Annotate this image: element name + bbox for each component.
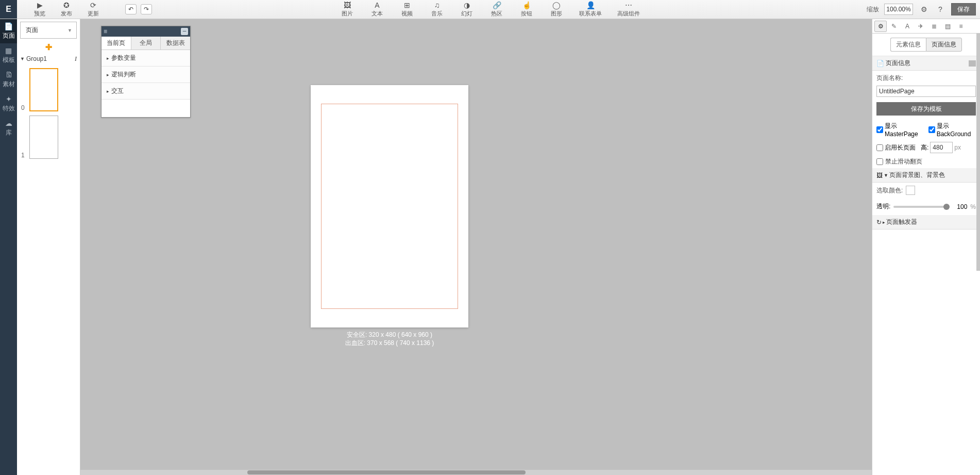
opacity-row: 透明: 100% xyxy=(872,198,980,215)
tab-data-table[interactable]: 数据表 xyxy=(161,37,190,50)
tab-properties[interactable]: ⚙ xyxy=(874,21,887,32)
lock-scroll-checkbox[interactable] xyxy=(876,158,883,165)
page-icon: 📄 xyxy=(4,22,13,30)
help-icon[interactable]: ? xyxy=(935,4,946,15)
tab-layout[interactable]: ▤ xyxy=(941,21,954,32)
logic-tabs: 当前页 全局 数据表 xyxy=(102,37,190,50)
main-area: 📄页面 ▦模板 🖻素材 ✦特效 ☁库 页面 ✚ ▼Group1I 0 1 ≡ –… xyxy=(0,19,980,475)
zoom-value[interactable]: 100.00% xyxy=(884,4,913,15)
group-row[interactable]: ▼Group1I xyxy=(17,53,80,65)
nav-assets[interactable]: 🖻素材 xyxy=(0,68,17,92)
horizontal-scrollbar[interactable] xyxy=(80,470,872,475)
safe-area-text: 安全区: 320 x 480 ( 640 x 960 ) xyxy=(311,331,468,339)
insert-form[interactable]: 👤联系表单 xyxy=(579,2,602,18)
page-name-row: 页面名称: xyxy=(872,71,980,100)
page-thumbnail-0[interactable] xyxy=(29,68,58,111)
undo-button[interactable]: ↶ xyxy=(125,4,137,14)
section-triggers[interactable]: ↻▸页面触发器 xyxy=(872,215,980,230)
undo-redo-group: ↶ ↷ xyxy=(125,4,152,14)
mode-element[interactable]: 元素信息 xyxy=(890,38,926,52)
publish-tool[interactable]: ✪发布 xyxy=(59,2,74,18)
add-page-row: ✚ xyxy=(17,41,80,53)
tab-actions[interactable]: ✈ xyxy=(915,21,927,32)
section-interact[interactable]: ▸交互 xyxy=(102,83,190,100)
mode-page[interactable]: 页面信息 xyxy=(926,38,962,52)
section-background[interactable]: 🖼▼页面背景图、背景色 xyxy=(872,168,980,183)
update-tool[interactable]: ⟳更新 xyxy=(86,2,100,18)
page-thumbnail-1[interactable] xyxy=(29,116,58,159)
app-logo[interactable]: E xyxy=(0,0,17,19)
left-tools: ▶预览 ✪发布 ⟳更新 ↶ ↷ xyxy=(32,0,152,19)
scrollbar-thumb[interactable] xyxy=(976,34,980,271)
page-icon: 📄 xyxy=(876,60,884,67)
color-swatch[interactable] xyxy=(906,186,915,195)
minimize-icon[interactable]: – xyxy=(181,28,188,35)
page-height-input[interactable] xyxy=(930,142,953,153)
long-page-checkbox[interactable] xyxy=(876,144,883,151)
top-toolbar: E ▶预览 ✪发布 ⟳更新 ↶ ↷ 🖼图片 A文本 ⊞视频 ♫音乐 ◑幻灯 🔗热… xyxy=(0,0,980,19)
nav-library[interactable]: ☁库 xyxy=(0,116,17,140)
wechat-icon: ✪ xyxy=(63,2,70,9)
page-type-select[interactable]: 页面 xyxy=(20,22,77,39)
thumb-row: 1 xyxy=(21,116,76,159)
right-tools: 缩放 100.00% ⚙ ? 保存 xyxy=(867,0,980,19)
show-bg-checkbox[interactable] xyxy=(928,126,935,133)
opacity-slider[interactable] xyxy=(893,206,950,208)
insert-text[interactable]: A文本 xyxy=(370,2,384,18)
pages-panel: 页面 ✚ ▼Group1I 0 1 xyxy=(17,19,80,475)
insert-button[interactable]: ☝按钮 xyxy=(519,2,534,18)
insert-advanced[interactable]: ⋯高级组件 xyxy=(617,2,640,18)
image-icon: 🖼 xyxy=(344,2,351,9)
play-icon: ▶ xyxy=(37,2,43,9)
zoom-label: 缩放 xyxy=(867,5,879,14)
insert-video[interactable]: ⊞视频 xyxy=(400,2,414,18)
nav-pages[interactable]: 📄页面 xyxy=(0,19,17,43)
tab-align[interactable]: ≣ xyxy=(928,21,940,32)
settings-icon[interactable]: ⚙ xyxy=(918,4,930,15)
inspector-tabbar: ⚙ ✎ A ✈ ≣ ▤ ≡ xyxy=(872,19,980,34)
inspector-scrollbar[interactable] xyxy=(976,34,980,271)
collapse-icon[interactable] xyxy=(969,60,976,67)
nav-effects[interactable]: ✦特效 xyxy=(0,92,17,116)
insert-image[interactable]: 🖼图片 xyxy=(340,2,354,18)
section-params[interactable]: ▸参数变量 xyxy=(102,50,190,67)
slideshow-icon: ◑ xyxy=(464,2,470,9)
inspector-panel: ⚙ ✎ A ✈ ≣ ▤ ≡ 元素信息 页面信息 📄 页面信息 页面名称: 保存为… xyxy=(872,19,980,475)
vertical-nav: 📄页面 ▦模板 🖻素材 ✦特效 ☁库 xyxy=(0,19,17,475)
preview-tool[interactable]: ▶预览 xyxy=(32,2,47,18)
music-icon: ♫ xyxy=(434,2,440,9)
show-master-checkbox[interactable] xyxy=(876,126,883,133)
pick-color-row: 选取颜色: xyxy=(872,183,980,198)
tab-text[interactable]: A xyxy=(901,21,914,32)
text-icon: A xyxy=(375,2,379,9)
scrollbar-thumb[interactable] xyxy=(247,470,526,474)
template-icon: ▦ xyxy=(5,46,12,55)
save-as-template-button[interactable]: 保存为模板 xyxy=(876,102,976,116)
canvas-dimensions: 安全区: 320 x 480 ( 640 x 960 ) 出血区: 370 x … xyxy=(311,331,468,347)
canvas-page[interactable] xyxy=(311,85,468,327)
section-page-info[interactable]: 📄 页面信息 xyxy=(872,56,980,71)
add-page-button[interactable]: ✚ xyxy=(45,42,52,52)
nav-templates[interactable]: ▦模板 xyxy=(0,43,17,68)
insert-shape[interactable]: ◯图形 xyxy=(549,2,564,18)
logic-panel-header[interactable]: ≡ – xyxy=(102,26,190,37)
hamburger-icon[interactable]: ≡ xyxy=(104,28,107,35)
insert-slideshow[interactable]: ◑幻灯 xyxy=(460,2,474,18)
tap-icon: ☝ xyxy=(522,2,531,9)
redo-button[interactable]: ↷ xyxy=(141,4,152,14)
tab-layers[interactable]: ≡ xyxy=(955,21,967,32)
page-name-input[interactable] xyxy=(876,86,976,97)
reload-icon: ↻ xyxy=(876,219,882,226)
tab-global[interactable]: 全局 xyxy=(131,37,161,50)
thumb-row: 0 xyxy=(21,68,76,111)
tab-edit[interactable]: ✎ xyxy=(888,21,900,32)
insert-hotspot[interactable]: 🔗热区 xyxy=(489,2,504,18)
tab-current-page[interactable]: 当前页 xyxy=(102,37,131,50)
slider-knob[interactable] xyxy=(943,204,950,210)
page-thumbnails: 0 1 xyxy=(17,65,80,166)
inspector-mode: 元素信息 页面信息 xyxy=(872,34,980,56)
section-logic[interactable]: ▸逻辑判断 xyxy=(102,67,190,83)
save-button[interactable]: 保存 xyxy=(951,3,976,15)
insert-audio[interactable]: ♫音乐 xyxy=(430,2,444,18)
triangle-right-icon: ▸ xyxy=(883,220,885,225)
